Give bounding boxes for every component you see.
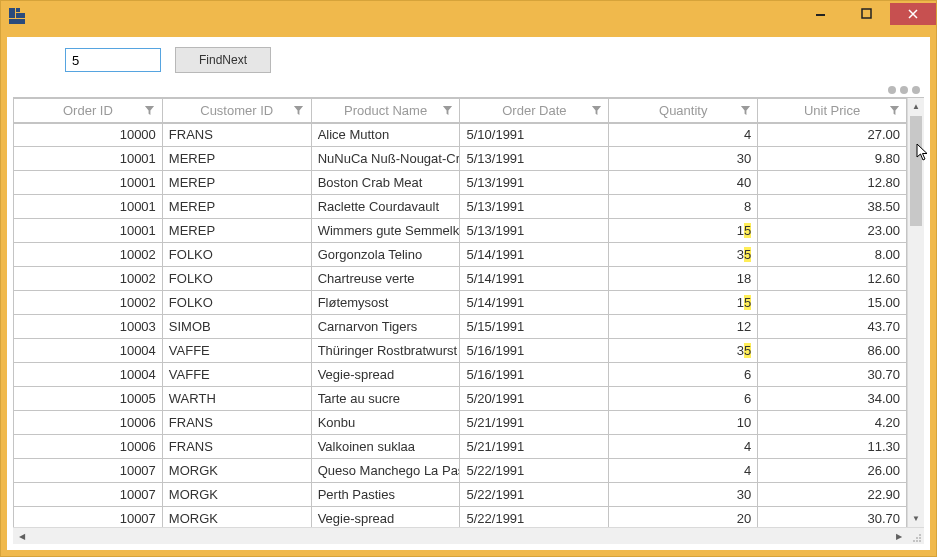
cell-orderid[interactable]: 10007 — [14, 483, 163, 507]
cell-product[interactable]: Gorgonzola Telino — [311, 243, 460, 267]
table-row[interactable]: 10001MEREPRaclette Courdavault5/13/19918… — [14, 195, 907, 219]
cell-qty[interactable]: 8 — [609, 195, 758, 219]
cell-qty[interactable]: 4 — [609, 459, 758, 483]
filter-icon[interactable] — [144, 104, 156, 116]
cell-qty[interactable]: 4 — [609, 435, 758, 459]
cell-orderid[interactable]: 10007 — [14, 459, 163, 483]
table-row[interactable]: 10006FRANSKonbu5/21/1991104.20 — [14, 411, 907, 435]
titlebar[interactable] — [1, 1, 936, 31]
cell-product[interactable]: Chartreuse verte — [311, 267, 460, 291]
cell-product[interactable]: Wimmers gute Semmelknöd — [311, 219, 460, 243]
cell-orderid[interactable]: 10006 — [14, 435, 163, 459]
cell-orderdate[interactable]: 5/13/1991 — [460, 147, 609, 171]
cell-product[interactable]: Valkoinen suklaa — [311, 435, 460, 459]
cell-price[interactable]: 30.70 — [758, 363, 907, 387]
cell-custid[interactable]: FRANS — [162, 123, 311, 147]
cell-qty[interactable]: 6 — [609, 363, 758, 387]
scroll-up-arrow-icon[interactable]: ▲ — [908, 98, 924, 115]
cell-qty[interactable]: 4 — [609, 123, 758, 147]
cell-qty[interactable]: 12 — [609, 315, 758, 339]
cell-orderid[interactable]: 10002 — [14, 267, 163, 291]
cell-price[interactable]: 4.20 — [758, 411, 907, 435]
cell-custid[interactable]: MORGK — [162, 459, 311, 483]
cell-orderid[interactable]: 10004 — [14, 339, 163, 363]
cell-orderid[interactable]: 10001 — [14, 171, 163, 195]
cell-qty[interactable]: 40 — [609, 171, 758, 195]
cell-custid[interactable]: VAFFE — [162, 339, 311, 363]
cell-product[interactable]: Konbu — [311, 411, 460, 435]
cell-qty[interactable]: 18 — [609, 267, 758, 291]
cell-price[interactable]: 9.80 — [758, 147, 907, 171]
table-row[interactable]: 10000FRANSAlice Mutton5/10/1991427.00 — [14, 123, 907, 147]
cell-price[interactable]: 8.00 — [758, 243, 907, 267]
cell-orderdate[interactable]: 5/22/1991 — [460, 459, 609, 483]
cell-custid[interactable]: FOLKO — [162, 243, 311, 267]
cell-price[interactable]: 34.00 — [758, 387, 907, 411]
scroll-thumb[interactable] — [910, 116, 922, 226]
filter-icon[interactable] — [441, 104, 453, 116]
cell-custid[interactable]: MEREP — [162, 147, 311, 171]
cell-price[interactable]: 30.70 — [758, 507, 907, 528]
filter-icon[interactable] — [590, 104, 602, 116]
cell-orderdate[interactable]: 5/13/1991 — [460, 195, 609, 219]
column-header-product[interactable]: Product Name — [311, 99, 460, 123]
cell-qty[interactable]: 15 — [609, 291, 758, 315]
cell-product[interactable]: Fløtemysost — [311, 291, 460, 315]
cell-qty[interactable]: 10 — [609, 411, 758, 435]
cell-product[interactable]: Queso Manchego La Pastor — [311, 459, 460, 483]
search-input[interactable] — [65, 48, 161, 72]
cell-product[interactable]: Boston Crab Meat — [311, 171, 460, 195]
cell-qty[interactable]: 30 — [609, 483, 758, 507]
cell-orderdate[interactable]: 5/14/1991 — [460, 267, 609, 291]
table-row[interactable]: 10007MORGKVegie-spread5/22/19912030.70 — [14, 507, 907, 528]
cell-orderid[interactable]: 10002 — [14, 291, 163, 315]
table-row[interactable]: 10004VAFFEVegie-spread5/16/1991630.70 — [14, 363, 907, 387]
cell-orderid[interactable]: 10006 — [14, 411, 163, 435]
cell-orderid[interactable]: 10007 — [14, 507, 163, 528]
cell-orderid[interactable]: 10000 — [14, 123, 163, 147]
table-row[interactable]: 10002FOLKOGorgonzola Telino5/14/1991358.… — [14, 243, 907, 267]
filter-icon[interactable] — [293, 104, 305, 116]
close-button[interactable] — [890, 3, 936, 25]
table-row[interactable]: 10004VAFFEThüringer Rostbratwurst5/16/19… — [14, 339, 907, 363]
cell-custid[interactable]: MEREP — [162, 219, 311, 243]
cell-price[interactable]: 86.00 — [758, 339, 907, 363]
cell-product[interactable]: NuNuCa Nuß-Nougat-Crem — [311, 147, 460, 171]
scroll-right-arrow-icon[interactable]: ▶ — [890, 528, 907, 544]
table-row[interactable]: 10003SIMOBCarnarvon Tigers5/15/19911243.… — [14, 315, 907, 339]
table-row[interactable]: 10002FOLKOChartreuse verte5/14/19911812.… — [14, 267, 907, 291]
table-row[interactable]: 10007MORGKQueso Manchego La Pastor5/22/1… — [14, 459, 907, 483]
cell-price[interactable]: 11.30 — [758, 435, 907, 459]
filter-icon[interactable] — [888, 104, 900, 116]
cell-orderdate[interactable]: 5/13/1991 — [460, 171, 609, 195]
maximize-button[interactable] — [844, 3, 890, 25]
cell-orderid[interactable]: 10001 — [14, 195, 163, 219]
cell-price[interactable]: 26.00 — [758, 459, 907, 483]
table-row[interactable]: 10005WARTHTarte au sucre5/20/1991634.00 — [14, 387, 907, 411]
cell-qty[interactable]: 15 — [609, 219, 758, 243]
cell-qty[interactable]: 35 — [609, 243, 758, 267]
scroll-down-arrow-icon[interactable]: ▼ — [908, 510, 924, 527]
cell-custid[interactable]: FRANS — [162, 411, 311, 435]
cell-product[interactable]: Vegie-spread — [311, 363, 460, 387]
cell-orderdate[interactable]: 5/16/1991 — [460, 363, 609, 387]
cell-orderdate[interactable]: 5/15/1991 — [460, 315, 609, 339]
column-header-orderdate[interactable]: Order Date — [460, 99, 609, 123]
cell-product[interactable]: Vegie-spread — [311, 507, 460, 528]
vertical-scrollbar[interactable]: ▲ ▼ — [907, 98, 924, 527]
cell-orderdate[interactable]: 5/21/1991 — [460, 411, 609, 435]
cell-orderdate[interactable]: 5/22/1991 — [460, 507, 609, 528]
cell-custid[interactable]: FOLKO — [162, 267, 311, 291]
cell-custid[interactable]: MORGK — [162, 507, 311, 528]
cell-price[interactable]: 22.90 — [758, 483, 907, 507]
cell-product[interactable]: Alice Mutton — [311, 123, 460, 147]
column-header-custid[interactable]: Customer ID — [162, 99, 311, 123]
cell-orderdate[interactable]: 5/16/1991 — [460, 339, 609, 363]
cell-custid[interactable]: MEREP — [162, 171, 311, 195]
cell-price[interactable]: 43.70 — [758, 315, 907, 339]
cell-custid[interactable]: MORGK — [162, 483, 311, 507]
cell-qty[interactable]: 30 — [609, 147, 758, 171]
cell-orderid[interactable]: 10004 — [14, 363, 163, 387]
cell-orderdate[interactable]: 5/14/1991 — [460, 291, 609, 315]
column-header-price[interactable]: Unit Price — [758, 99, 907, 123]
